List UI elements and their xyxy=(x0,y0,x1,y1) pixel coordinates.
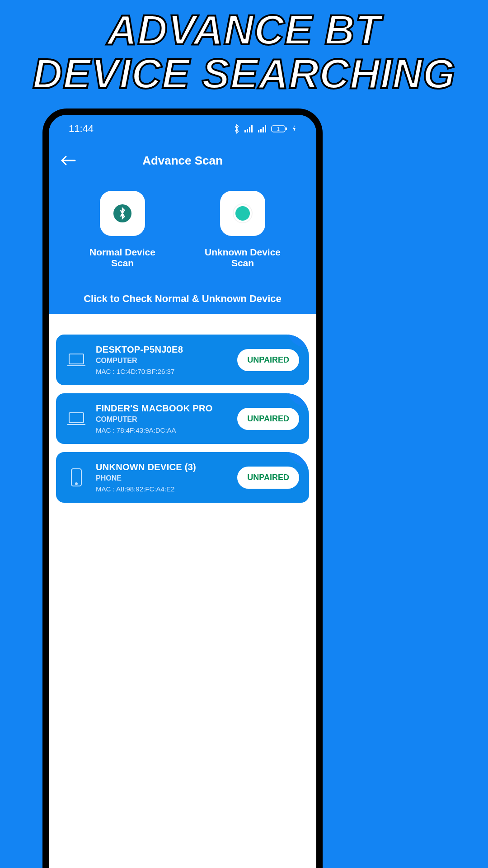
signal-icon xyxy=(244,125,254,133)
normal-scan-option[interactable]: Normal Device Scan xyxy=(77,191,168,269)
device-card-0[interactable]: DESKTOP-P5NJ0E8 COMPUTER MAC : 1C:4D:70:… xyxy=(56,335,309,385)
device-card-2[interactable]: UNKNOWN DEVICE (3) PHONE MAC : A8:98:92:… xyxy=(56,452,309,503)
pair-status-button[interactable]: UNPAIRED xyxy=(237,467,299,489)
svg-text:1: 1 xyxy=(277,127,280,132)
svg-rect-2 xyxy=(249,127,250,132)
svg-rect-7 xyxy=(265,125,266,132)
device-mac: MAC : 78:4F:43:9A:DC:AA xyxy=(96,426,228,434)
device-name: DESKTOP-P5NJ0E8 xyxy=(96,344,228,355)
unknown-scan-label: Unknown Device Scan xyxy=(197,247,288,269)
status-icons: 1 xyxy=(233,124,296,134)
phone-frame: 11:44 1 Advance Scan No xyxy=(42,108,323,868)
promo-line2: DEVICE SEARCHING xyxy=(0,52,488,96)
status-time: 11:44 xyxy=(69,123,94,135)
pair-status-button[interactable]: UNPAIRED xyxy=(237,349,299,371)
bluetooth-icon xyxy=(233,124,240,134)
device-name: FINDER'S MACBOOK PRO xyxy=(96,403,228,414)
signal-icon-2 xyxy=(258,125,267,133)
normal-scan-label: Normal Device Scan xyxy=(77,247,168,269)
svg-rect-12 xyxy=(69,413,84,423)
battery-icon: 1 xyxy=(271,125,288,133)
device-card-1[interactable]: FINDER'S MACBOOK PRO COMPUTER MAC : 78:4… xyxy=(56,393,309,444)
device-info: UNKNOWN DEVICE (3) PHONE MAC : A8:98:92:… xyxy=(96,462,228,493)
status-bar: 11:44 1 xyxy=(49,115,316,137)
device-info: DESKTOP-P5NJ0E8 COMPUTER MAC : 1C:4D:70:… xyxy=(96,344,228,375)
svg-rect-9 xyxy=(286,127,287,130)
promo-line1: ADVANCE BT xyxy=(0,8,488,52)
laptop-icon xyxy=(66,411,87,426)
device-mac: MAC : A8:98:92:FC:A4:E2 xyxy=(96,485,228,493)
phone-icon xyxy=(66,467,87,487)
laptop-icon xyxy=(66,352,87,368)
svg-rect-0 xyxy=(244,130,246,132)
charging-icon xyxy=(292,125,296,133)
unknown-scan-tile xyxy=(220,191,265,236)
pair-status-button[interactable]: UNPAIRED xyxy=(237,408,299,430)
promo-headline: ADVANCE BT DEVICE SEARCHING xyxy=(0,0,488,95)
device-info: FINDER'S MACBOOK PRO COMPUTER MAC : 78:4… xyxy=(96,403,228,434)
app-screen: 11:44 1 Advance Scan No xyxy=(49,115,316,868)
bluetooth-circle-icon xyxy=(113,204,131,222)
svg-rect-1 xyxy=(247,129,248,132)
dot-circle-icon xyxy=(234,204,252,222)
svg-point-14 xyxy=(75,483,77,485)
normal-scan-tile xyxy=(100,191,145,236)
device-type: COMPUTER xyxy=(96,357,228,365)
device-type: PHONE xyxy=(96,474,228,482)
svg-rect-4 xyxy=(258,130,259,132)
device-mac: MAC : 1C:4D:70:BF:26:37 xyxy=(96,368,228,375)
unknown-scan-option[interactable]: Unknown Device Scan xyxy=(197,191,288,269)
device-name: UNKNOWN DEVICE (3) xyxy=(96,462,228,472)
instruction-text: Click to Check Normal & Unknown Device xyxy=(49,273,316,314)
svg-rect-5 xyxy=(260,129,262,132)
scan-options: Normal Device Scan Unknown Device Scan xyxy=(49,177,316,273)
svg-rect-11 xyxy=(69,354,84,364)
device-type: COMPUTER xyxy=(96,415,228,424)
svg-rect-3 xyxy=(251,125,253,132)
app-header: Advance Scan xyxy=(49,137,316,177)
svg-rect-6 xyxy=(263,127,264,132)
page-title: Advance Scan xyxy=(49,154,316,168)
device-list[interactable]: DESKTOP-P5NJ0E8 COMPUTER MAC : 1C:4D:70:… xyxy=(49,314,316,868)
